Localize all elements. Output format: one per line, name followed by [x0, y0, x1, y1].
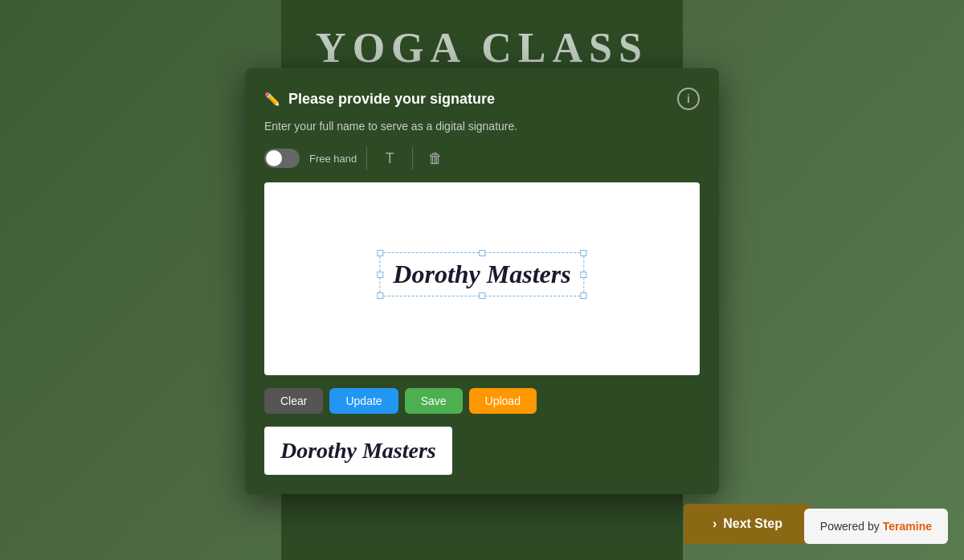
modal-title: Please provide your signature: [288, 91, 495, 108]
signature-modal: ✏️ Please provide your signature i Enter…: [245, 68, 719, 494]
modal-subtitle: Enter your full name to serve as a digit…: [264, 120, 700, 133]
resize-handle-bl[interactable]: [377, 292, 383, 299]
yoga-title: YOGA CLASS: [316, 24, 648, 72]
toolbar-row: Free hand T 🗑: [264, 145, 700, 171]
clear-button[interactable]: Clear: [264, 388, 323, 414]
powered-by: Powered by Teramine: [804, 509, 948, 544]
toolbar-divider: [366, 147, 367, 170]
next-step-button[interactable]: › Next Step: [684, 504, 811, 544]
info-icon-label: i: [687, 92, 690, 105]
text-tool-icon[interactable]: T: [377, 145, 402, 171]
freehand-toggle[interactable]: [264, 149, 300, 168]
powered-by-label: Powered by: [820, 520, 880, 533]
powered-by-brand: Teramine: [883, 520, 932, 533]
toolbar-divider-2: [412, 147, 413, 170]
text-icon-label: T: [386, 150, 394, 167]
modal-title-row: ✏️ Please provide your signature: [264, 91, 495, 108]
resize-handle-mr[interactable]: [581, 272, 587, 278]
info-icon-button[interactable]: i: [677, 88, 700, 110]
delete-tool-icon[interactable]: 🗑: [423, 145, 448, 171]
freehand-label: Free hand: [309, 153, 357, 165]
action-buttons: Clear Update Save Upload: [264, 388, 700, 414]
resize-handle-tm[interactable]: [479, 250, 485, 256]
save-button[interactable]: Save: [405, 388, 463, 414]
resize-handle-br[interactable]: [581, 292, 587, 299]
next-step-label: Next Step: [723, 517, 782, 531]
resize-handle-ml[interactable]: [377, 272, 383, 278]
resize-handle-tr[interactable]: [581, 250, 587, 256]
resize-handle-bm[interactable]: [479, 292, 485, 299]
signature-text-element[interactable]: Dorothy Masters: [379, 252, 584, 296]
next-step-arrow: ›: [713, 517, 717, 531]
signature-canvas-text: Dorothy Masters: [393, 260, 570, 288]
signature-preview: Dorothy Masters: [264, 427, 452, 475]
delete-icon-label: 🗑: [428, 150, 443, 167]
signature-canvas[interactable]: Dorothy Masters: [264, 182, 700, 375]
pen-icon: ✏️: [264, 92, 280, 107]
upload-button[interactable]: Upload: [469, 388, 537, 414]
resize-handle-tl[interactable]: [377, 250, 383, 256]
toggle-knob: [266, 150, 282, 166]
signature-preview-text: Dorothy Masters: [280, 438, 436, 463]
update-button[interactable]: Update: [329, 388, 398, 414]
modal-header: ✏️ Please provide your signature i: [264, 88, 700, 110]
